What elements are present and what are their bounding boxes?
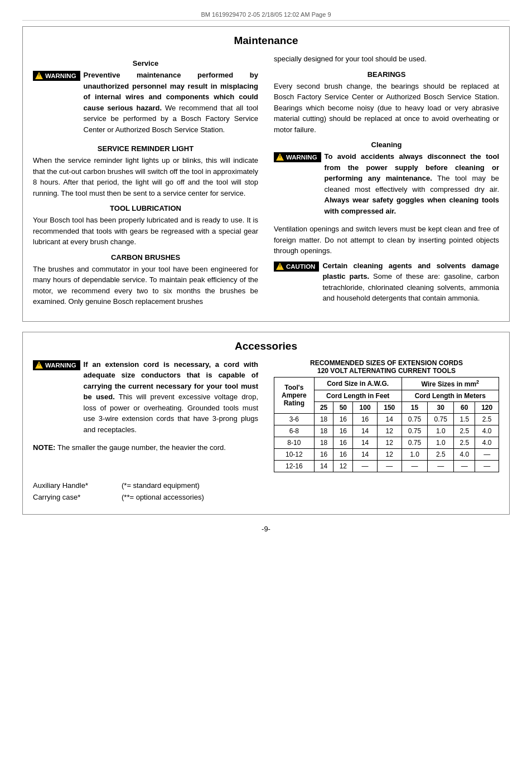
table-row: 8-10181614120.751.02.54.0 [274, 437, 499, 448]
maintenance-right-col: specially designed for your tool should … [274, 54, 499, 311]
service-reminder-text: When the service reminder light lights u… [33, 155, 258, 199]
specially-text: specially designed for your tool should … [274, 54, 499, 65]
bearings-text: Every second brush change, the bearings … [274, 81, 499, 135]
cord-length-feet-header: Cord Length in Feet [314, 390, 402, 401]
table-row: 12-161412—————— [274, 460, 499, 472]
carbon-brushes-text: The brushes and commutator in your tool … [33, 264, 258, 307]
accessories-warning-triangle-icon: ! [35, 361, 43, 369]
cleaning-ventilation-text: Ventilation openings and switch levers m… [274, 224, 499, 257]
caution-triangle-icon: ! [276, 263, 284, 270]
cleaning-warning: ! WARNING To avoid accidents always disc… [274, 151, 499, 220]
wire-30: 30 [428, 401, 454, 413]
service-warning-text: Preventive maintenance performed by unau… [84, 70, 258, 135]
warning-triangle-icon: ! [35, 72, 43, 80]
caution-box: ! CAUTION Certain cleaning agents and so… [274, 260, 499, 308]
cord-length-meters-header: Cord Length in Meters [402, 390, 499, 401]
accessories-section: Accessories ! WARNING If an extension co… [22, 332, 510, 515]
wire-15: 15 [402, 401, 428, 413]
page-footer: -9- [22, 525, 510, 533]
accessories-note-line-2: (**= optional accessories) [122, 492, 204, 503]
extension-cord-table: Tool'sAmpereRating Cord Size in A.W.G. W… [274, 377, 499, 472]
warning-badge: ! WARNING [33, 71, 80, 81]
accessories-note-lines: (*= standard equipment) (**= optional ac… [122, 480, 204, 504]
cleaning-warning-text: To avoid accidents always disconnect the… [325, 151, 499, 216]
accessories-warning-badge: ! WARNING [33, 360, 80, 370]
table-row: 3-6181616140.750.751.52.5 [274, 413, 499, 425]
caution-badge: ! CAUTION [274, 262, 319, 272]
maintenance-title: Maintenance [33, 35, 499, 47]
accessories-item-2: Carrying case* [33, 492, 88, 503]
wire-60: 60 [454, 401, 475, 413]
table-row: 6-8181614120.751.02.54.0 [274, 425, 499, 437]
cord-25: 25 [314, 401, 333, 413]
cleaning-warning-triangle-icon: ! [276, 153, 284, 161]
accessories-item-1: Auxiliary Handle* [33, 480, 88, 491]
accessories-left-col: ! WARNING If an extension cord is necess… [33, 359, 258, 457]
cord-size-header: Cord Size in A.W.G. [314, 377, 402, 390]
accessories-footer-note: Auxiliary Handle* Carrying case* (*= sta… [33, 480, 499, 504]
table-row: 10-12161614121.02.54.0— [274, 448, 499, 460]
tool-lubrication-title: TOOL LUBRICATION [33, 204, 258, 212]
wire-120: 120 [475, 401, 499, 413]
bearings-title: BEARINGS [274, 70, 499, 79]
wire-size-header: Wire Sizes in mm2 [402, 377, 499, 390]
cord-100: 100 [353, 401, 378, 413]
tools-ampere-header: Tool'sAmpereRating [274, 377, 315, 413]
service-title: Service [33, 59, 258, 67]
cord-150: 150 [377, 401, 402, 413]
page-header: BM 1619929470 2-05 2/18/05 12:02 AM Page… [22, 11, 510, 21]
service-reminder-title: SERVICE REMINDER LIGHT [33, 144, 258, 153]
table-title: RECOMMENDED SIZES OF EXTENSION CORDS 120… [274, 359, 499, 375]
accessories-note-line-1: (*= standard equipment) [122, 480, 204, 491]
accessories-right-col: RECOMMENDED SIZES OF EXTENSION CORDS 120… [274, 359, 499, 472]
service-warning: ! WARNING Preventive maintenance perform… [33, 70, 258, 139]
accessories-warning: ! WARNING If an extension cord is necess… [33, 359, 258, 439]
accessories-note: NOTE: The smaller the gauge number, the … [33, 442, 258, 453]
accessories-list: Auxiliary Handle* Carrying case* [33, 480, 88, 504]
maintenance-section: Maintenance Service ! WARNING Preventive… [22, 26, 510, 322]
caution-text: Certain cleaning agents and solvents dam… [322, 260, 499, 304]
cleaning-title: Cleaning [274, 141, 499, 149]
cord-50: 50 [333, 401, 353, 413]
accessories-warning-text: If an extension cord is necessary, a cor… [84, 359, 258, 435]
maintenance-left-col: Service ! WARNING Preventive maintenance… [33, 54, 258, 311]
accessories-title: Accessories [33, 340, 499, 352]
tool-lubrication-text: Your Bosch tool has been properly lubric… [33, 215, 258, 248]
carbon-brushes-title: CARBON BRUSHES [33, 253, 258, 262]
cleaning-warning-badge: ! WARNING [274, 152, 321, 162]
